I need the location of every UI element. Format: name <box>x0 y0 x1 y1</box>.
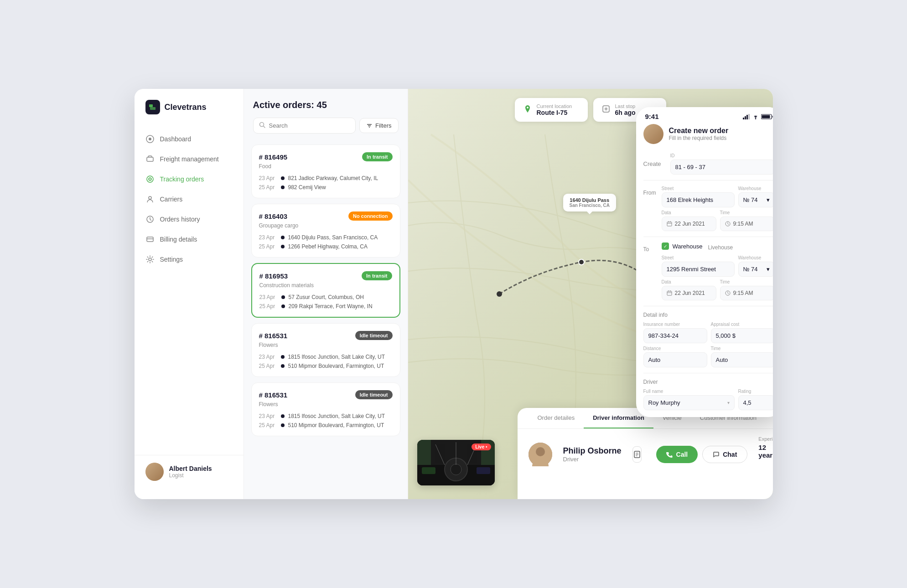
order-from-date-4: 23 Apr <box>259 354 277 360</box>
order-to-addr-4: 510 Mipmor Boulevard, Farmington, UT <box>288 363 384 369</box>
route-dot-to-3 <box>281 304 285 308</box>
order-card-4[interactable]: # 816531 Idle timeout Flowers 23 Apr 181… <box>251 323 400 377</box>
order-to-date-1: 25 Apr <box>259 184 277 191</box>
chat-label: Chat <box>723 451 737 458</box>
from-time-value[interactable]: 9:15 AM <box>720 217 773 231</box>
to-warehouse-chevron: ▾ <box>767 266 770 273</box>
to-time-label: Time <box>720 279 773 284</box>
order-from-addr-3: 57 Zusur Court, Columbus, OH <box>289 294 364 300</box>
order-number-5: # 816531 <box>259 391 288 399</box>
search-input[interactable] <box>269 122 350 129</box>
live-badge: Live • <box>472 444 491 450</box>
order-from-addr-4: 1815 Ifosoc Junction, Salt Lake City, UT <box>288 354 385 360</box>
svg-rect-10 <box>147 237 153 242</box>
order-card-2[interactable]: # 816403 No connection Groupage cargo 23… <box>251 204 400 258</box>
to-time-value[interactable]: 9:15 AM <box>720 286 773 300</box>
sidebar-footer: Albert Daniels Logist <box>135 455 244 488</box>
carriers-icon <box>145 195 155 204</box>
order-from-date-5: 23 Apr <box>259 413 277 419</box>
driver-name: Philip Osborne <box>563 446 622 456</box>
svg-rect-59 <box>667 291 672 295</box>
settings-icon <box>145 255 155 264</box>
call-label: Call <box>676 451 688 458</box>
svg-rect-54 <box>667 222 672 226</box>
order-badge-3: In transit <box>362 271 392 280</box>
svg-point-7 <box>150 179 150 180</box>
svg-rect-27 <box>422 467 435 474</box>
stat-experience: Experience 12 years <box>758 436 772 472</box>
order-to-addr-2: 1266 Pebef Highway, Colma, CA <box>288 243 368 250</box>
live-feed-background: Live • <box>417 440 495 485</box>
sidebar-item-orders-history-label: Orders history <box>160 216 200 223</box>
time-label: Time <box>711 346 773 351</box>
order-badge-4: Idle timeout <box>355 331 393 340</box>
svg-rect-49 <box>748 114 750 119</box>
last-stop-label: Last stop <box>615 103 636 109</box>
sidebar-item-freight[interactable]: Freight management <box>135 149 244 169</box>
sidebar-item-billing[interactable]: Billing details <box>135 229 244 249</box>
from-time: 9:15 AM <box>733 221 753 227</box>
phone-status-bar: 9:41 <box>636 107 773 124</box>
order-from-addr-2: 1640 Dijulu Pass, San Francisco, CA <box>288 234 378 241</box>
to-warehouse-select[interactable]: № 74 ▾ <box>738 262 773 277</box>
order-to-date-5: 25 Apr <box>259 422 277 428</box>
order-card-3[interactable]: # 816953 In transit Construction materia… <box>251 263 400 318</box>
id-label: ID <box>670 153 773 158</box>
sidebar-item-settings[interactable]: Settings <box>135 249 244 269</box>
driver-name-select[interactable]: Roy Murphy ▾ <box>643 395 735 410</box>
driver-avatar <box>529 443 552 466</box>
order-from-addr-1: 821 Jadloc Parkway, Calumet City, IL <box>288 175 378 181</box>
tab-driver-info-label: Driver information <box>593 414 644 421</box>
from-warehouse-label: Warehouse <box>738 186 773 191</box>
driver-role: Driver <box>563 456 622 463</box>
order-badge-2: No connection <box>348 211 392 221</box>
sidebar-item-tracking[interactable]: Tracking orders <box>135 169 244 189</box>
tab-order-details[interactable]: Order detailes <box>529 408 584 428</box>
time-value: Auto <box>711 352 773 367</box>
search-box <box>253 118 356 134</box>
route-dot-to-1 <box>281 186 285 189</box>
to-warehouse-check: Warehouse <box>673 243 703 250</box>
sidebar-item-dashboard[interactable]: Dashboard <box>135 129 244 149</box>
insurance-value: 987-334-24 <box>643 328 707 343</box>
sidebar-item-settings-label: Settings <box>160 256 183 263</box>
app-container: Clevetrans Dashboard Freight management … <box>135 89 773 499</box>
sidebar-item-carriers[interactable]: Carriers <box>135 189 244 209</box>
warehouse-checkbox-row: ✓ Warehouse <box>662 242 703 250</box>
svg-rect-32 <box>417 440 431 465</box>
order-to-addr-3: 209 Rakpi Terrace, Fort Wayne, IN <box>289 303 373 309</box>
from-warehouse-select[interactable]: № 74 ▾ <box>738 192 773 207</box>
sidebar-nav: Dashboard Freight management Tracking or… <box>135 129 244 269</box>
current-location-card: Current location Route I-75 <box>515 98 588 122</box>
to-date: 22 Jun 2021 <box>675 290 705 296</box>
document-icon[interactable] <box>632 446 642 463</box>
to-street-label: Street <box>662 255 735 260</box>
svg-line-14 <box>263 126 265 128</box>
phone-header: Create new order Fill in the required fi… <box>643 124 773 144</box>
orders-history-icon <box>145 215 155 224</box>
svg-point-12 <box>149 258 151 261</box>
filter-label: Filters <box>375 122 391 129</box>
order-card-1[interactable]: # 816495 In transit Food 23 Apr 821 Jadl… <box>251 144 400 198</box>
svg-rect-28 <box>477 467 490 474</box>
to-date-value[interactable]: 22 Jun 2021 <box>662 286 716 300</box>
order-type-1: Food <box>259 163 393 170</box>
rating-value: 4,5 <box>738 395 773 410</box>
from-time-label: Time <box>720 210 773 215</box>
call-button[interactable]: Call <box>656 446 698 463</box>
phone-header-title: Create new order <box>669 127 729 135</box>
sidebar-item-orders-history[interactable]: Orders history <box>135 209 244 229</box>
filter-button[interactable]: Filters <box>359 118 398 133</box>
detail-section-label: Detail info <box>643 312 773 318</box>
order-number-3: # 816953 <box>259 272 288 280</box>
orders-header: Active orders: 45 Filters <box>244 89 408 141</box>
pin-sublabel: San Francisco, CA <box>570 203 610 208</box>
from-date-value[interactable]: 22 Jun 2021 <box>662 217 716 231</box>
id-value: 81 - 69 - 37 <box>670 160 773 175</box>
warehouse-checkbox[interactable]: ✓ <box>662 242 669 250</box>
chat-button[interactable]: Chat <box>702 446 747 463</box>
phone-status-icons <box>743 114 773 119</box>
to-date-label: Data <box>662 279 716 284</box>
order-card-5[interactable]: # 816531 Idle timeout Flowers 23 Apr 181… <box>251 382 400 436</box>
svg-rect-47 <box>745 116 746 119</box>
